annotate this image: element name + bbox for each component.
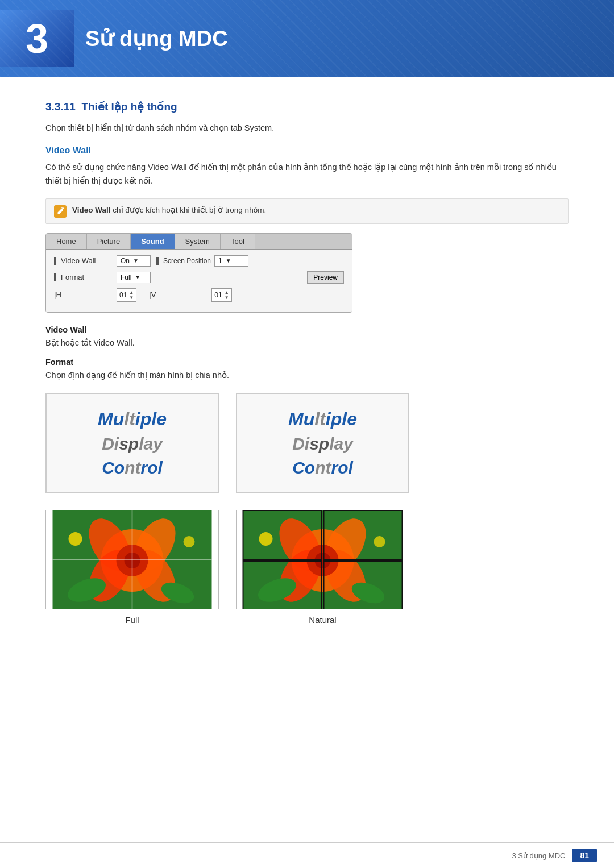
tab-sound[interactable]: Sound [131,234,175,249]
flower-full [45,510,219,609]
panel-row-videowall: Video Wall On ▼ Screen Position 1 ▼ [54,255,344,267]
panel-spinner-h[interactable]: 01 ▲ ▼ [117,288,136,302]
page-number: 81 [572,849,597,862]
main-content: 3.3.11 Thiết lập hệ thống Chọn thiết bị … [0,100,614,670]
page-footer: 3 Sử dụng MDC 81 [0,842,614,868]
panel-body: Video Wall On ▼ Screen Position 1 ▼ [46,250,352,312]
image-box-full-mdc: Multiple Display Control [45,393,219,493]
spinner-arrows-h: ▲ ▼ [129,290,134,300]
panel-row-hv: |H 01 ▲ ▼ |V 01 ▲ ▼ [54,288,344,302]
footer-text: 3 Sử dụng MDC [512,852,565,860]
format-body-heading: Format [45,358,569,367]
mdc-logo-natural: Multiple Display Control [236,393,409,493]
section-intro: Chọn thiết bị hiển thị từ danh sách nhóm… [45,121,569,135]
pencil-icon [56,207,64,215]
videowall-heading: Video Wall [45,146,569,156]
tab-picture[interactable]: Picture [87,234,131,249]
section-heading: 3.3.11 Thiết lập hệ thống [45,100,569,113]
chevron-down-icon: ▼ [133,258,139,264]
panel-label-videowall: Video Wall [54,256,117,265]
note-icon [54,205,67,218]
videowall-body-heading: Video Wall [45,325,569,334]
panel-select-format[interactable]: Full ▼ [117,272,151,283]
image-box-natural-mdc: Multiple Display Control [236,393,409,493]
videowall-body-text: Bật hoặc tắt Video Wall. [45,337,569,350]
chapter-number: 3 [0,10,74,67]
flower-full-svg [46,510,218,609]
flower-natural [236,510,409,609]
tab-tool[interactable]: Tool [221,234,255,249]
videowall-description: Có thể sử dụng chức năng Video Wall để h… [45,160,569,188]
tab-system[interactable]: System [175,234,221,249]
ui-panel: Home Picture Sound System Tool Video Wal… [45,233,352,313]
flower-natural-svg [237,510,409,609]
format-body-text: Chọn định dạng để hiển thị màn hình bị c… [45,369,569,382]
format-images-grid: Multiple Display Control Multiple Displa… [45,393,409,625]
image-box-natural-flower: Natural [236,510,409,625]
svg-point-29 [374,536,385,547]
panel-spinner-v[interactable]: 01 ▲ ▼ [211,288,231,302]
tab-bar: Home Picture Sound System Tool [46,234,352,250]
image-box-full-flower: Full [45,510,219,625]
tab-home[interactable]: Home [46,234,87,249]
note-text: Video Wall chỉ được kích hoạt khi thiết … [72,205,266,216]
mdc-logo-full: Multiple Display Control [45,393,219,493]
spinner-arrows-v: ▲ ▼ [225,290,229,300]
screen-position-label: Screen Position [156,257,211,265]
panel-select-screenpos[interactable]: 1 ▼ [214,255,248,267]
panel-label-format: Format [54,273,117,281]
chapter-title: Sử dụng MDC [85,26,228,51]
natural-label: Natural [236,615,409,625]
full-label: Full [45,615,219,625]
preview-button[interactable]: Preview [307,271,344,284]
svg-point-13 [184,536,195,547]
panel-row-format: Format Full ▼ Preview [54,271,344,284]
svg-point-28 [259,532,273,546]
panel-label-h: |H [54,290,117,299]
svg-point-12 [69,532,82,546]
panel-label-v: |V [149,290,211,299]
chevron-down-icon: ▼ [226,258,231,264]
chevron-down-icon: ▼ [135,274,140,280]
note-box: Video Wall chỉ được kích hoạt khi thiết … [45,198,569,224]
panel-select-videowall[interactable]: On ▼ [117,255,151,267]
chapter-header: 3 Sử dụng MDC [0,0,614,77]
